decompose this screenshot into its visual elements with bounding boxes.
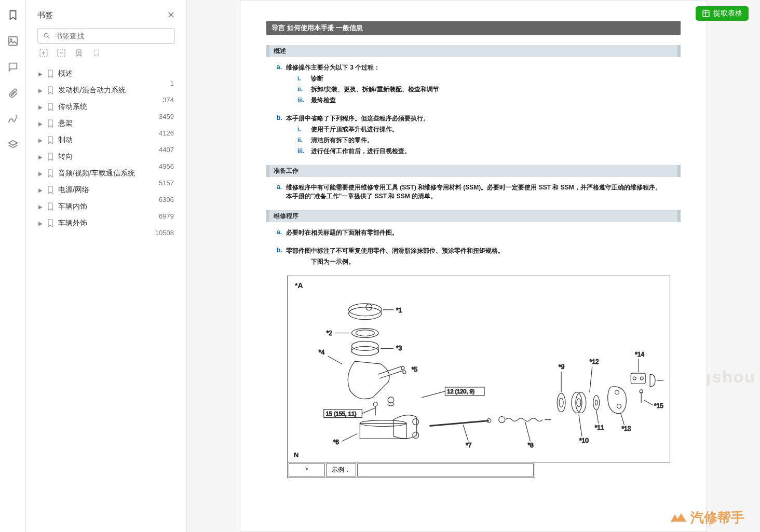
- page-icon: [47, 169, 54, 178]
- svg-line-37: [342, 433, 358, 441]
- sub-num: i.: [297, 126, 311, 133]
- bookmark-actions: [37, 49, 175, 57]
- sub-num: ii.: [297, 86, 311, 93]
- svg-point-30: [373, 402, 377, 406]
- bookmark-page: 1: [143, 79, 174, 87]
- comment-icon[interactable]: [7, 61, 19, 73]
- svg-text:*1: *1: [396, 307, 402, 314]
- page-icon: [47, 219, 54, 227]
- svg-line-61: [596, 411, 599, 424]
- sub-num: i.: [297, 75, 311, 82]
- brand-logo-icon: [669, 510, 687, 526]
- figure-legend-table: *示例：: [287, 462, 535, 478]
- collapse-all-icon[interactable]: [57, 49, 65, 57]
- sub-text: 下图为一示例。: [311, 258, 355, 265]
- svg-point-24: [401, 366, 404, 370]
- bookmark-label: 电源/网络: [58, 185, 143, 195]
- svg-text:*3: *3: [396, 345, 402, 352]
- bookmarks-panel: 书签 ✕ ▶概述1▶发动机/混合动力系统374▶传动系统3459▶悬架4126▶…: [26, 0, 187, 532]
- section-body: a.维修操作主要分为以下 3 个过程：i.诊断ii.拆卸/安装、更换、拆解/重新…: [266, 63, 681, 156]
- svg-text:*12: *12: [590, 358, 599, 365]
- page-icon: [47, 136, 54, 144]
- bookmark-label: 概述: [58, 69, 143, 78]
- close-icon[interactable]: ✕: [167, 9, 175, 21]
- chevron-right-icon: ▶: [38, 138, 44, 143]
- svg-text:*7: *7: [466, 442, 472, 449]
- chevron-right-icon: ▶: [38, 71, 44, 77]
- svg-line-41: [422, 391, 445, 398]
- sign-icon[interactable]: [7, 113, 19, 125]
- chevron-right-icon: ▶: [38, 154, 44, 160]
- sub-num: ii.: [297, 137, 311, 144]
- chevron-right-icon: ▶: [38, 121, 44, 127]
- brand-watermark: 汽修帮手: [669, 509, 744, 527]
- page-title-bar: 导言 如何使用本手册 一般信息: [266, 21, 681, 35]
- bookmarks-list: ▶概述1▶发动机/混合动力系统374▶传动系统3459▶悬架4126▶制动440…: [37, 65, 175, 231]
- remove-bookmark-icon[interactable]: [92, 49, 101, 57]
- extract-table-button[interactable]: 提取表格: [696, 6, 749, 21]
- sub-num: iii.: [297, 97, 311, 104]
- svg-line-63: [590, 366, 592, 392]
- sub-text: 清洁所有拆下的零件。: [311, 137, 373, 144]
- page-icon: [47, 186, 54, 194]
- add-bookmark-icon[interactable]: [75, 49, 83, 57]
- svg-point-60: [595, 400, 598, 405]
- bookmark-search[interactable]: [37, 28, 175, 44]
- svg-point-11: [356, 330, 374, 336]
- svg-point-59: [593, 395, 600, 410]
- list-text: 本手册中省略了下列程序。但这些程序必须要执行。: [286, 114, 664, 123]
- svg-point-50: [557, 393, 565, 412]
- bookmark-label: 发动机/混合动力系统: [58, 86, 143, 95]
- section-heading: 维修程序: [266, 210, 681, 222]
- page-icon: [47, 119, 54, 128]
- svg-line-20: [328, 356, 342, 364]
- svg-line-23: [379, 371, 403, 378]
- list-letter: b.: [277, 247, 286, 254]
- svg-point-7: [348, 307, 382, 320]
- section-body: a.必要时在相关标题的下面附有零部件图。b.零部件图中标注了不可重复使用零件、润…: [266, 228, 681, 266]
- list-letter: a.: [277, 63, 286, 71]
- list-text: 维修操作主要分为以下 3 个过程：: [286, 63, 664, 72]
- expand-all-icon[interactable]: [39, 49, 48, 57]
- bookmark-page: 374: [143, 96, 174, 104]
- bookmark-label: 悬架: [58, 119, 143, 128]
- svg-point-66: [617, 404, 621, 408]
- sub-text: 诊断: [311, 75, 323, 82]
- image-icon[interactable]: [7, 35, 19, 47]
- svg-point-71: [640, 377, 643, 380]
- svg-point-51: [559, 398, 563, 407]
- bookmark-label: 音频/视频/车载通信系统: [58, 169, 143, 178]
- svg-point-2: [44, 33, 48, 37]
- search-icon: [43, 32, 51, 40]
- bookmark-icon[interactable]: [7, 9, 19, 21]
- chevron-right-icon: ▶: [38, 221, 44, 226]
- svg-line-29: [362, 408, 375, 414]
- bookmark-item[interactable]: ▶概述1: [37, 65, 175, 82]
- layers-icon[interactable]: [7, 139, 19, 151]
- svg-line-67: [620, 413, 624, 425]
- sub-text: 最终检查: [311, 97, 336, 104]
- sub-num: iii.: [297, 147, 311, 155]
- page-icon: [47, 103, 54, 111]
- svg-text:*4: *4: [319, 349, 325, 356]
- svg-point-32: [388, 397, 394, 403]
- svg-line-57: [579, 415, 582, 436]
- bookmark-page: 3459: [143, 113, 174, 120]
- svg-point-15: [351, 346, 378, 356]
- document-viewport[interactable]: 提取表格 汽修帮手在线资料库：每日更新 年费仅168/年，微信：qixiuban…: [187, 0, 760, 532]
- svg-point-56: [577, 399, 581, 407]
- search-input[interactable]: [55, 32, 169, 40]
- bookmark-label: 车辆内饰: [58, 202, 143, 211]
- bookmark-label: 转向: [58, 152, 143, 161]
- svg-line-42: [430, 421, 489, 426]
- svg-point-70: [633, 377, 636, 380]
- svg-point-65: [615, 390, 619, 394]
- svg-line-44: [463, 425, 468, 442]
- chevron-right-icon: ▶: [38, 171, 44, 176]
- list-letter: a.: [277, 228, 286, 236]
- list-text: 零部件图中标注了不可重复使用零件、润滑脂涂抹部位、预涂零件和扭矩规格。: [286, 247, 664, 255]
- svg-point-1: [10, 39, 11, 40]
- attachment-icon[interactable]: [7, 87, 19, 99]
- exploded-diagram: *1 *2 *3 *4 *5 15 (155, 11): [303, 292, 664, 457]
- svg-text:*9: *9: [559, 363, 565, 371]
